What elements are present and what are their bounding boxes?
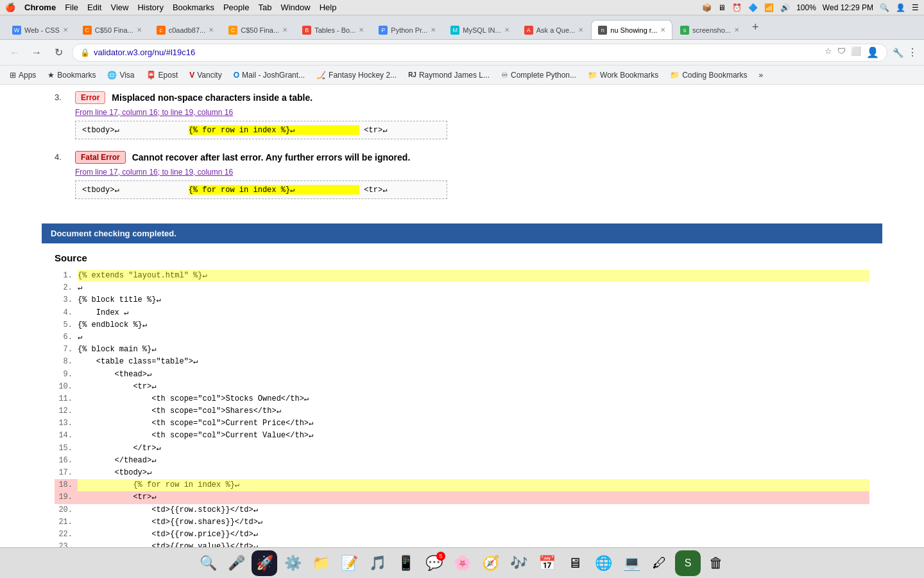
dock-finder[interactable]: 🔍 (195, 550, 221, 576)
bookmark-vancity[interactable]: V Vancity (185, 69, 226, 82)
source-line-17: 17. <tbody>↵ (55, 467, 869, 479)
line-content-13: <th scope="col">Current Price</th>↵ (78, 417, 869, 430)
tab-close-icon[interactable]: ✕ (431, 26, 436, 33)
source-line-6: 6. ↵ (55, 331, 869, 344)
account-icon[interactable]: 👤 (896, 3, 905, 12)
menubar-help[interactable]: Help (320, 3, 337, 12)
dock-launchpad[interactable]: 🚀 (252, 550, 277, 576)
forward-button[interactable]: → (28, 44, 45, 61)
tab-nu-active[interactable]: n nu Showing r... ✕ (591, 20, 672, 39)
tab-mysql[interactable]: M MySQL IN... ✕ (443, 20, 517, 39)
tab-tables[interactable]: B Tables - Bo... ✕ (295, 20, 371, 39)
menubar-bookmarks[interactable]: Bookmarks (173, 3, 214, 12)
star-icon[interactable]: ☆ (825, 46, 832, 58)
tab-ask[interactable]: A Ask a Que... ✕ (517, 20, 591, 39)
new-tab-button[interactable]: + (747, 21, 764, 34)
extensions-icon[interactable]: 🔧 (893, 48, 903, 58)
menubar-people[interactable]: People (223, 3, 249, 12)
dock-trash[interactable]: 🗑 (703, 550, 729, 576)
bookmark-hockey[interactable]: 🏒 Fantasy Hockey 2... (312, 69, 401, 82)
bookmark-work[interactable]: 📁 Work Bookmarks (583, 69, 663, 82)
source-section: Source 1. {% extends "layout.html" %}↵ 2… (42, 252, 882, 547)
line-content-2: ↵ (78, 282, 869, 294)
dock-notes[interactable]: 📝 (336, 550, 362, 576)
dock-sublime[interactable]: 🖊 (647, 550, 672, 576)
tab-close-icon[interactable]: ✕ (504, 26, 509, 33)
tab-close-icon[interactable]: ✕ (209, 26, 214, 33)
list-icon[interactable]: ☰ (912, 3, 919, 12)
reload-button[interactable]: ↻ (50, 44, 67, 61)
tab-close-icon[interactable]: ✕ (734, 26, 739, 33)
bookmarks-label: Bookmarks (57, 71, 96, 80)
dock-siri[interactable]: 🎤 (223, 550, 249, 576)
tab-cs50-1[interactable]: C C$50 Fina... ✕ (76, 20, 149, 39)
menubar-file[interactable]: File (65, 3, 78, 12)
tab-close-icon[interactable]: ✕ (63, 26, 68, 33)
menubar-chrome[interactable]: Chrome (24, 3, 56, 12)
line-num-14: 14. (55, 430, 78, 442)
visa-label: Visa (119, 71, 134, 80)
dock-chrome[interactable]: 🌐 (590, 550, 616, 576)
dock-photos[interactable]: 🌸 (449, 550, 475, 576)
error-location-4[interactable]: From line 17, column 16; to line 19, col… (75, 168, 869, 177)
line-content-23: <td>{{row.value}}</td>↵ (78, 541, 869, 547)
line-content-1: {% extends "layout.html" %}↵ (78, 270, 869, 282)
tab-close-icon[interactable]: ✕ (660, 26, 665, 33)
tab-cs50-2[interactable]: C C$50 Fina... ✕ (221, 20, 295, 39)
menubar-view[interactable]: View (110, 3, 128, 12)
dock-calendar[interactable]: 📅 (534, 550, 560, 576)
profile-icon[interactable]: 👤 (866, 46, 879, 58)
source-line-12: 12. <th scope="col">Shares</th>↵ (55, 405, 869, 417)
tab-close-icon[interactable]: ✕ (578, 26, 583, 33)
dock-sequel[interactable]: S (675, 550, 701, 576)
menubar-tab[interactable]: Tab (258, 3, 271, 12)
dock-spotify[interactable]: 🎶 (506, 550, 531, 576)
coding-folder-icon: 📁 (670, 71, 680, 80)
error-location-3[interactable]: From line 17, column 16; to line 19, col… (75, 108, 869, 117)
menubar-history[interactable]: History (137, 3, 163, 12)
bookmark-raymond[interactable]: RJ Raymond James L... (404, 69, 494, 82)
bookmark-visa[interactable]: 🌐 Visa (103, 69, 139, 82)
bookmark-more[interactable]: » (755, 69, 768, 82)
bookmark-epost[interactable]: 📮 Epost (142, 69, 183, 82)
menubar-edit[interactable]: Edit (87, 3, 101, 12)
tab-close-icon[interactable]: ✕ (137, 26, 142, 33)
tab-screenshot[interactable]: s screensho... ✕ (673, 20, 746, 39)
dock-system-prefs[interactable]: ⚙️ (280, 550, 305, 576)
line-num-4: 4. (55, 307, 78, 319)
raymond-icon: RJ (408, 71, 416, 78)
tab-python[interactable]: P Python Pr... ✕ (372, 20, 443, 39)
source-line-14: 14. <th scope="col">Current Value</th>↵ (55, 430, 869, 442)
python-icon: ♾ (501, 71, 508, 80)
bookmark-coding[interactable]: 📁 Coding Bookmarks (665, 69, 751, 82)
dock-messages[interactable]: 💬 5 (421, 550, 447, 576)
lock-icon: 🔒 (80, 48, 90, 57)
line-num-20: 20. (55, 504, 78, 516)
line-num-12: 12. (55, 405, 78, 417)
dock-terminal[interactable]: 💻 (619, 550, 644, 576)
line-num-16: 16. (55, 455, 78, 467)
tab-web-css[interactable]: W Web - CSS ✕ (5, 20, 75, 39)
line-content-15: </tr>↵ (78, 442, 869, 455)
address-bar[interactable]: 🔒 validator.w3.org/nu/#l19c16 ☆ 🛡 ⬜ 👤 (72, 44, 887, 62)
tab-close-icon[interactable]: ✕ (282, 26, 287, 33)
url-display: validator.w3.org/nu/#l19c16 (94, 48, 821, 57)
source-line-16: 16. </thead>↵ (55, 455, 869, 467)
bookmark-mail[interactable]: O Mail - JoshGrant... (229, 69, 309, 82)
apple-menu[interactable]: 🍎 (5, 3, 15, 12)
dock-safari[interactable]: 🧭 (477, 550, 503, 576)
bookmark-apps[interactable]: ⊞ Apps (5, 69, 40, 82)
back-button[interactable]: ← (6, 44, 23, 61)
chrome-right-icons: 🔧 ⋮ (893, 46, 918, 58)
dock-finder2[interactable]: 🖥 (562, 550, 588, 576)
menu-icon[interactable]: ⋮ (907, 46, 918, 58)
dock-appstore[interactable]: 📱 (393, 550, 418, 576)
tab-close-icon[interactable]: ✕ (359, 26, 364, 33)
search-icon[interactable]: 🔍 (880, 3, 889, 12)
dock-folder[interactable]: 📁 (308, 550, 334, 576)
menubar-window[interactable]: Window (280, 3, 310, 12)
dock-itunes[interactable]: 🎵 (364, 550, 390, 576)
tab-c0aadb87[interactable]: c c0aadb87... ✕ (150, 20, 221, 39)
bookmark-python[interactable]: ♾ Complete Python... (497, 69, 581, 82)
bookmark-bookmarks[interactable]: ★ Bookmarks (43, 69, 100, 82)
